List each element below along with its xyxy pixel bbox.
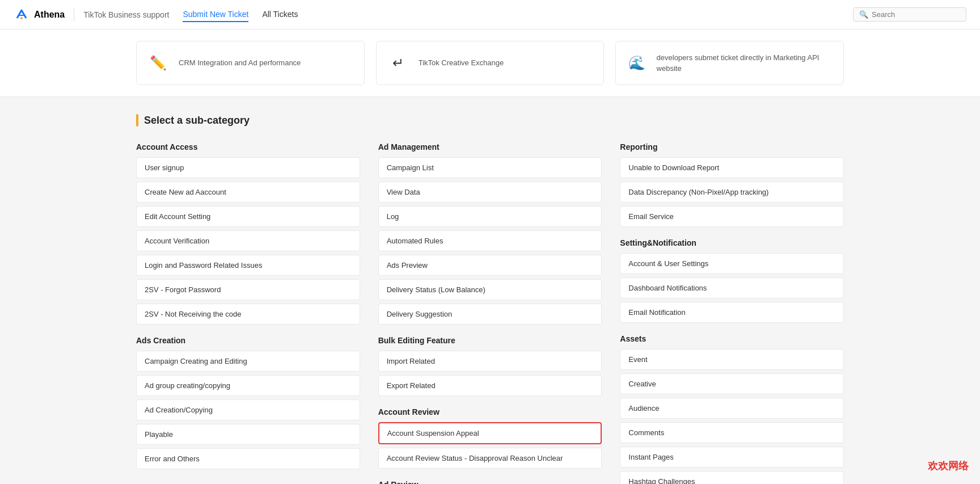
list-item-0-0-6[interactable]: 2SV - Not Receiving the code: [136, 304, 360, 325]
section-1-0: Ad ManagementCampaign ListView DataLogAu…: [378, 142, 602, 325]
list-item-1-1-0[interactable]: Import Related: [378, 351, 602, 372]
item-wrapper-1-0-4: Ads Preview: [378, 255, 602, 276]
item-wrapper-2-2-3: Comments: [620, 422, 844, 443]
list-item-0-0-2[interactable]: Edit Account Setting: [136, 206, 360, 227]
list-item-2-1-2[interactable]: Email Notification: [620, 302, 844, 323]
search-input[interactable]: [872, 10, 960, 19]
section-header-1-3: Ad Review: [378, 480, 602, 484]
list-item-1-0-2[interactable]: Log: [378, 206, 602, 227]
column-2: ReportingUnable to Download ReportData D…: [620, 142, 844, 484]
card-text-0: CRM Integration and Ad performance: [179, 57, 301, 69]
list-item-1-0-3[interactable]: Automated Rules: [378, 230, 602, 251]
logo-text: Athena: [34, 10, 65, 20]
item-wrapper-2-2-5: Hashtag Challenges: [620, 471, 844, 484]
section-title-container: Select a sub-category: [136, 114, 844, 127]
item-wrapper-1-1-0: Import Related: [378, 351, 602, 372]
item-wrapper-2-1-1: Dashboard Notifications: [620, 277, 844, 298]
section-1-2: Account ReviewAccount Suspension Appeal←…: [378, 407, 602, 469]
item-wrapper-0-1-1: Ad group creating/copying: [136, 375, 360, 396]
list-item-0-0-0[interactable]: User signup: [136, 157, 360, 178]
item-wrapper-2-0-1: Data Discrepancy (Non-Pixel/App tracking…: [620, 182, 844, 203]
nav-divider: [74, 8, 74, 22]
list-item-1-2-1[interactable]: Account Review Status - Disapproval Reas…: [378, 448, 602, 469]
list-item-0-0-1[interactable]: Create New ad Aaccount: [136, 182, 360, 203]
list-item-0-1-3[interactable]: Playable: [136, 424, 360, 445]
list-item-2-1-0[interactable]: Account & User Settings: [620, 253, 844, 274]
section-0-1: Ads CreationCampaign Creating and Editin…: [136, 336, 360, 469]
card-text-2: developers submet ticket directly in Mar…: [657, 52, 834, 74]
submit-ticket-link[interactable]: Submit New Ticket: [183, 7, 248, 22]
main-content: Select a sub-category Account AccessUser…: [0, 97, 980, 484]
card-icon-0: ✏️: [146, 50, 171, 75]
list-item-1-0-1[interactable]: View Data: [378, 182, 602, 203]
list-item-0-0-5[interactable]: 2SV - Forgot Password: [136, 279, 360, 300]
cards-row: ✏️ CRM Integration and Ad performance ↵ …: [136, 41, 844, 85]
section-header-1-1: Bulk Editing Feature: [378, 336, 602, 345]
item-wrapper-2-1-0: Account & User Settings: [620, 253, 844, 274]
item-wrapper-0-0-4: Login and Password Related Issues: [136, 255, 360, 276]
list-item-2-0-1[interactable]: Data Discrepancy (Non-Pixel/App tracking…: [620, 182, 844, 203]
list-item-2-2-4[interactable]: Instant Pages: [620, 447, 844, 468]
card-icon-2: 🌊: [625, 50, 648, 75]
section-header-2-1: Setting&Notification: [620, 238, 844, 247]
list-item-2-0-0[interactable]: Unable to Download Report: [620, 157, 844, 178]
item-wrapper-1-0-2: Log: [378, 206, 602, 227]
list-item-1-0-0[interactable]: Campaign List: [378, 157, 602, 178]
list-item-2-2-3[interactable]: Comments: [620, 422, 844, 443]
section-1-1: Bulk Editing FeatureImport RelatedExport…: [378, 336, 602, 396]
section-2-1: Setting&NotificationAccount & User Setti…: [620, 238, 844, 323]
section-2-2: AssetsEventCreativeAudienceCommentsInsta…: [620, 334, 844, 484]
list-item-1-0-4[interactable]: Ads Preview: [378, 255, 602, 276]
card-2[interactable]: 🌊 developers submet ticket directly in M…: [615, 41, 844, 85]
athena-logo-icon: [14, 7, 29, 23]
list-item-2-2-1[interactable]: Creative: [620, 373, 844, 394]
section-accent: [136, 114, 138, 127]
item-wrapper-1-0-0: Campaign List: [378, 157, 602, 178]
item-wrapper-1-2-0: Account Suspension Appeal←: [378, 422, 602, 444]
search-icon: 🔍: [859, 10, 868, 19]
list-item-0-1-2[interactable]: Ad Creation/Copying: [136, 399, 360, 420]
logo[interactable]: Athena: [14, 7, 65, 23]
card-0[interactable]: ✏️ CRM Integration and Ad performance: [136, 41, 365, 85]
item-wrapper-2-0-2: Email Service: [620, 206, 844, 227]
list-item-0-1-1[interactable]: Ad group creating/copying: [136, 375, 360, 396]
list-item-2-2-2[interactable]: Audience: [620, 398, 844, 419]
list-item-0-1-0[interactable]: Campaign Creating and Editing: [136, 351, 360, 372]
all-tickets-link[interactable]: All Tickets: [262, 7, 298, 22]
list-item-2-2-5[interactable]: Hashtag Challenges: [620, 471, 844, 484]
section-header-0-0: Account Access: [136, 142, 360, 151]
list-item-1-0-5[interactable]: Delivery Status (Low Balance): [378, 279, 602, 300]
column-1: Ad ManagementCampaign ListView DataLogAu…: [378, 142, 602, 484]
item-wrapper-2-1-2: Email Notification: [620, 302, 844, 323]
list-item-1-0-6[interactable]: Delivery Suggestion: [378, 304, 602, 325]
section-2-0: ReportingUnable to Download ReportData D…: [620, 142, 844, 227]
list-item-1-2-0[interactable]: Account Suspension Appeal: [378, 422, 602, 444]
section-header-1-0: Ad Management: [378, 142, 602, 151]
item-wrapper-0-0-6: 2SV - Not Receiving the code: [136, 304, 360, 325]
item-wrapper-0-0-3: Account Verification: [136, 230, 360, 251]
item-wrapper-0-1-0: Campaign Creating and Editing: [136, 351, 360, 372]
navbar: Athena TikTok Business support Submit Ne…: [0, 0, 980, 30]
list-item-0-0-3[interactable]: Account Verification: [136, 230, 360, 251]
brand-name: TikTok Business support: [83, 10, 169, 19]
list-item-1-1-1[interactable]: Export Related: [378, 375, 602, 396]
list-item-2-0-2[interactable]: Email Service: [620, 206, 844, 227]
item-wrapper-1-0-3: Automated Rules: [378, 230, 602, 251]
item-wrapper-2-2-2: Audience: [620, 398, 844, 419]
list-item-2-1-1[interactable]: Dashboard Notifications: [620, 277, 844, 298]
item-wrapper-1-0-5: Delivery Status (Low Balance): [378, 279, 602, 300]
item-wrapper-2-2-0: Event: [620, 349, 844, 370]
list-item-2-2-0[interactable]: Event: [620, 349, 844, 370]
section-0-0: Account AccessUser signupCreate New ad A…: [136, 142, 360, 325]
section-title: Select a sub-category: [144, 115, 250, 127]
section-header-1-2: Account Review: [378, 407, 602, 416]
list-item-0-1-4[interactable]: Error and Others: [136, 448, 360, 469]
item-wrapper-2-0-0: Unable to Download Report: [620, 157, 844, 178]
item-wrapper-0-1-3: Playable: [136, 424, 360, 445]
list-item-0-0-4[interactable]: Login and Password Related Issues: [136, 255, 360, 276]
column-0: Account AccessUser signupCreate New ad A…: [136, 142, 360, 484]
card-1[interactable]: ↵ TikTok Creative Exchange: [376, 41, 605, 85]
item-wrapper-0-0-0: User signup: [136, 157, 360, 178]
search-box[interactable]: 🔍: [853, 7, 966, 22]
item-wrapper-0-0-1: Create New ad Aaccount: [136, 182, 360, 203]
